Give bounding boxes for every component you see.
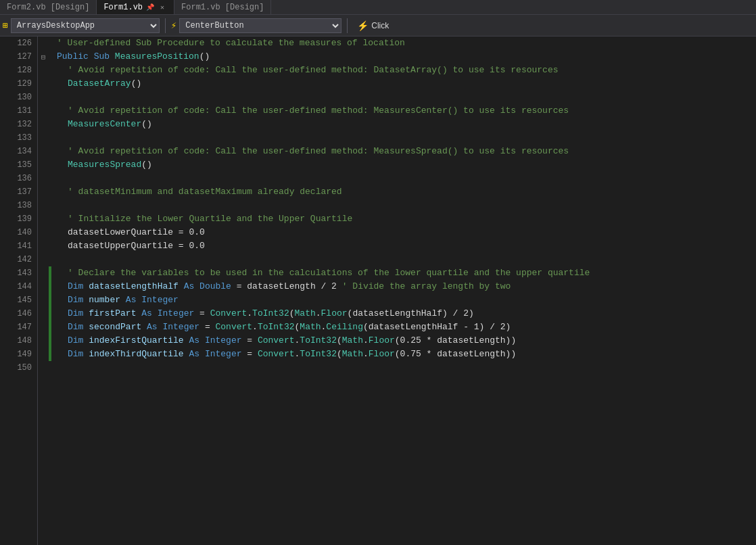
collapse-cell — [38, 145, 49, 158]
comment-token: ' Divide the array length by two — [342, 281, 511, 291]
collapse-cell — [38, 361, 49, 375]
object-icon: ⊞ — [3, 20, 8, 31]
plain-token: = — [231, 281, 247, 291]
tab-form2-design[interactable]: Form2.vb [Design] — [0, 0, 97, 14]
indent-space — [57, 307, 68, 321]
kw-token: As — [189, 335, 199, 346]
plain-token: () — [199, 51, 210, 62]
kw-token: Dim — [68, 349, 83, 359]
indent-space — [57, 334, 68, 348]
plain-token: . — [252, 322, 258, 332]
plain-token: . — [363, 335, 369, 346]
method-token: Floor — [321, 308, 348, 318]
method-token: Convert — [215, 322, 252, 332]
plain-token: (0.25 * datasetLength)) — [395, 335, 516, 346]
kw-token: Dim — [68, 308, 83, 318]
indent-space — [57, 77, 68, 91]
kw-token: Integer — [158, 308, 195, 318]
method-token: Math — [342, 349, 363, 359]
ident-token: firstPart — [89, 308, 136, 318]
kw-token: Dim — [68, 295, 83, 305]
object-selector[interactable]: ArraysDesktopApp — [11, 18, 160, 33]
code-line — [57, 199, 756, 212]
click-button[interactable]: ⚡ Click — [353, 18, 393, 33]
line-number: 129 — [0, 77, 37, 91]
ident-token: number — [89, 295, 120, 305]
collapse-cell — [38, 212, 49, 226]
line-number: 149 — [0, 348, 37, 361]
collapse-cell — [38, 321, 49, 334]
line-number: 145 — [0, 293, 37, 307]
tab-bar: Form2.vb [Design] Form1.vb 📌 ✕ Form1.vb … — [0, 0, 756, 15]
plain-token: ( — [337, 335, 342, 346]
line-number: 150 — [0, 361, 37, 375]
code-line: Dim secondPart As Integer = Convert.ToIn… — [57, 321, 756, 334]
plain-token — [89, 51, 94, 62]
ident-token: indexFirstQuartile — [89, 335, 183, 346]
plain-token: ( — [289, 308, 295, 318]
indent-space — [57, 280, 68, 293]
method-token: Convert — [210, 308, 247, 318]
method-token: ToInt32 — [300, 349, 337, 359]
plain-token: = — [194, 308, 210, 318]
collapse-cell — [38, 348, 49, 361]
tab-form2-design-label: Form2.vb [Design] — [7, 3, 89, 12]
collapse-icon[interactable]: ⊟ — [41, 53, 46, 62]
tab-form1-design[interactable]: Form1.vb [Design] — [174, 0, 271, 14]
code-line: ' Avoid repetition of code: Call the use… — [57, 145, 756, 158]
collapse-column: ⊟ — [38, 37, 49, 545]
method-token: Convert — [258, 335, 295, 346]
plain-token: (datasetLengthHalf - 1) / 2) — [363, 322, 511, 332]
collapse-cell — [38, 118, 49, 131]
collapse-cell — [38, 158, 49, 172]
method-token: Ceiling — [326, 322, 363, 332]
collapse-cell — [38, 266, 49, 280]
collapse-cell — [38, 185, 49, 199]
kw-token: Integer — [162, 322, 199, 332]
line-number: 139 — [0, 212, 37, 226]
code-line — [57, 131, 756, 145]
close-icon[interactable]: ✕ — [158, 3, 167, 12]
collapse-cell — [38, 293, 49, 307]
indent-space — [57, 104, 68, 118]
toolbar: ⊞ ArraysDesktopApp ⚡ CenterButton ⚡ Clic… — [0, 15, 756, 37]
plain-token: = — [242, 349, 258, 359]
plain-token: ( — [337, 349, 342, 359]
code-content: ' User-defined Sub Procedure to calculat… — [51, 37, 756, 545]
tab-form1-vb[interactable]: Form1.vb 📌 ✕ — [97, 0, 174, 14]
pin-icon: 📌 — [146, 3, 154, 11]
kw-token: Integer — [205, 335, 242, 346]
collapse-cell — [38, 239, 49, 253]
toolbar-divider — [165, 18, 166, 33]
plain-token — [194, 281, 199, 291]
plain-token: = — [199, 322, 215, 332]
line-number: 146 — [0, 307, 37, 321]
line-number: 141 — [0, 239, 37, 253]
plain-token: . — [363, 349, 369, 359]
line-number: 138 — [0, 199, 37, 212]
kw-token: As — [189, 349, 199, 359]
line-number: 130 — [0, 91, 37, 104]
indent-space — [57, 266, 68, 280]
lightning-icon2: ⚡ — [357, 20, 369, 31]
line-number: 136 — [0, 172, 37, 185]
collapse-cell[interactable]: ⊟ — [38, 50, 49, 64]
code-line: Dim indexThirdQuartile As Integer = Conv… — [57, 348, 756, 361]
collapse-cell — [38, 172, 49, 185]
collapse-cell — [38, 131, 49, 145]
plain-token: datasetLength / 2 — [247, 281, 337, 291]
line-number: 140 — [0, 226, 37, 239]
code-line: MeasuresSpread() — [57, 158, 756, 172]
indent-space — [57, 64, 68, 77]
method-token: ToInt32 — [252, 308, 289, 318]
indent-space — [57, 185, 68, 199]
indent-space — [57, 348, 68, 361]
plain-token: datasetLowerQuartile = 0.0 — [68, 227, 205, 237]
method-token: Math — [295, 308, 316, 318]
collapse-cell — [38, 199, 49, 212]
method-selector[interactable]: CenterButton — [179, 18, 341, 33]
line-number: 127 — [0, 50, 37, 64]
code-line: ' Avoid repetition of code: Call the use… — [57, 104, 756, 118]
line-number: 144 — [0, 280, 37, 293]
code-area: 1261271281291301311321331341351361371381… — [0, 37, 756, 545]
